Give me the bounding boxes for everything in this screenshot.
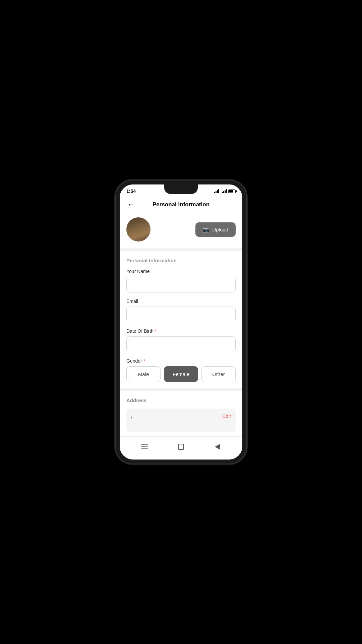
personal-info-section: Personal Information Your Name Email Dat…: [120, 251, 242, 382]
gender-required-star: *: [143, 358, 145, 364]
gender-buttons: Male Female Other: [126, 366, 236, 382]
name-form-group: Your Name: [126, 269, 236, 292]
gender-female-button[interactable]: Female: [164, 366, 198, 382]
email-label: Email: [126, 299, 236, 304]
address-section-title: Address: [126, 397, 236, 403]
name-input[interactable]: [126, 277, 236, 292]
nav-home-button[interactable]: [175, 441, 187, 453]
back-arrow-icon: ←: [127, 201, 135, 208]
upload-label: Upload: [212, 227, 228, 232]
hamburger-icon: [141, 444, 148, 449]
page-title: Personal Information: [153, 201, 209, 208]
status-icons: [214, 189, 236, 193]
camera-icon: 📷: [203, 226, 209, 233]
gender-form-group: Gender * Male Female Other: [126, 358, 236, 382]
dob-label: Date Of Birth *: [126, 328, 236, 334]
name-label: Your Name: [126, 269, 236, 274]
nav-back-button[interactable]: [212, 441, 224, 453]
status-time: 1:54: [126, 189, 136, 194]
section-divider-1: [120, 248, 242, 251]
nav-menu-button[interactable]: [138, 441, 150, 453]
personal-info-section-title: Personal Information: [126, 258, 236, 263]
header: ← Personal Information: [120, 196, 242, 213]
square-icon: [178, 444, 184, 450]
dob-input[interactable]: [126, 336, 236, 352]
gender-label: Gender *: [126, 358, 236, 364]
address-text: /: [131, 415, 231, 420]
app-content: ← Personal Information 📷 Upload Personal…: [120, 196, 242, 436]
triangle-icon: [215, 444, 220, 450]
section-divider-2: [120, 388, 242, 391]
dob-form-group: Date Of Birth *: [126, 328, 236, 352]
address-box: Edit /: [126, 409, 236, 432]
address-section: Address Edit /: [120, 391, 242, 432]
signal-icon: [214, 189, 219, 193]
battery-icon: [228, 190, 236, 193]
avatar: [126, 217, 150, 241]
edit-address-button[interactable]: Edit: [222, 413, 231, 419]
dob-required-star: *: [155, 328, 157, 334]
signal-icon-2: [222, 189, 227, 193]
email-input[interactable]: [126, 307, 236, 322]
email-form-group: Email: [126, 299, 236, 322]
gender-other-button[interactable]: Other: [201, 366, 236, 382]
gender-male-button[interactable]: Male: [126, 366, 161, 382]
nav-bar: [120, 436, 242, 460]
upload-button[interactable]: 📷 Upload: [195, 222, 236, 237]
back-button[interactable]: ←: [125, 199, 137, 211]
profile-section: 📷 Upload: [120, 213, 242, 248]
